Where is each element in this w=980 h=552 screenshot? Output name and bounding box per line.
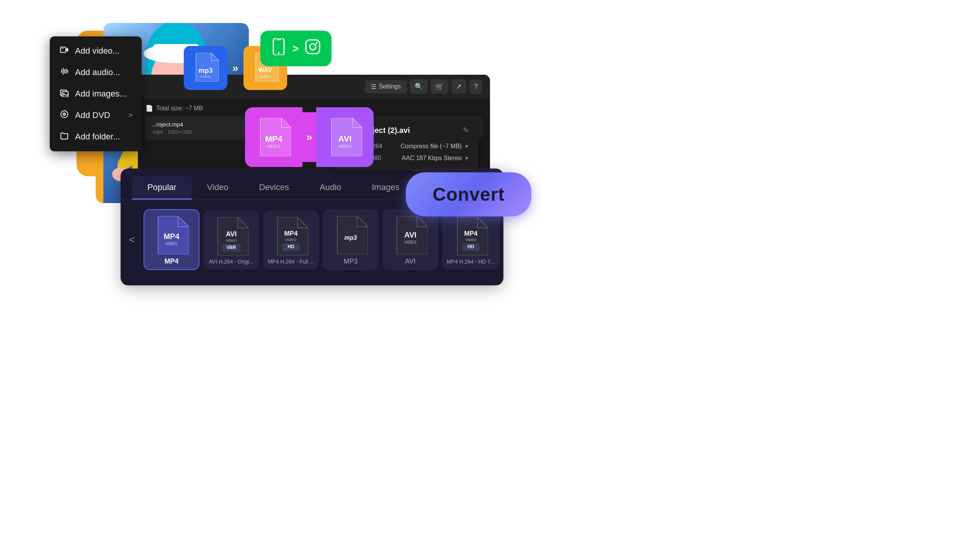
svg-text:MP4: MP4 — [464, 230, 478, 237]
menu-label-add-audio: Add audio... — [75, 67, 120, 77]
images-icon — [59, 88, 70, 99]
mp3-badge: mp3 AUDIO — [184, 46, 227, 90]
svg-text:VIDEO: VIDEO — [286, 238, 296, 242]
menu-label-add-images: Add images... — [75, 89, 127, 99]
tab-devices[interactable]: Devices — [244, 176, 304, 200]
video-icon — [59, 46, 70, 56]
mp4-avi-conversion-badge: MP4 VIDEO » AVI VIDEO — [245, 107, 374, 167]
menu-item-add-video[interactable]: Add video... — [50, 40, 142, 62]
svg-text:VIDEO: VIDEO — [466, 238, 476, 242]
mp4-full-card-label: MP4 H.264 - Full ... — [268, 259, 314, 265]
format-card-mp4-h264-full[interactable]: MP4 VIDEO HD MP4 H.264 - Full ... — [263, 210, 319, 269]
instagram-icon — [305, 39, 321, 58]
mp3-card-label: MP3 — [343, 257, 358, 265]
svg-point-34 — [64, 114, 65, 115]
svg-text:VIDEO: VIDEO — [165, 242, 177, 246]
svg-rect-28 — [63, 48, 64, 49]
mp4-card-icon: MP4 VIDEO — [152, 216, 191, 254]
file-entry-1-resolution: 1920×1080 — [167, 129, 192, 135]
svg-text:AVI: AVI — [404, 231, 416, 239]
tab-video[interactable]: Video — [192, 176, 244, 200]
svg-point-25 — [316, 42, 318, 44]
menu-label-add-folder: Add folder... — [75, 132, 120, 142]
menu-label-add-video: Add video... — [75, 46, 119, 56]
iphone-instagram-badge: > — [260, 31, 332, 66]
svg-text:AVI: AVI — [338, 134, 351, 144]
svg-rect-27 — [62, 48, 62, 49]
resolution-value[interactable]: AAC 187 Kbps Stereo ▼ — [402, 155, 469, 162]
cart-button[interactable]: 🛒 — [431, 79, 448, 94]
avi-orig-card-label: AVI H.264 - Origi... — [209, 259, 253, 265]
folder-icon — [59, 131, 70, 142]
mp4-format-card: MP4 VIDEO — [245, 107, 302, 167]
avi-format-card: AVI VIDEO — [316, 107, 374, 167]
menu-item-add-audio[interactable]: Add audio... — [50, 62, 142, 83]
submenu-arrow-icon: > — [128, 111, 132, 120]
dropdown-arrow-resolution: ▼ — [464, 155, 469, 161]
svg-rect-21 — [276, 39, 281, 40]
svg-text:VIDEO: VIDEO — [226, 239, 237, 242]
arrow-icon: > — [292, 43, 299, 55]
svg-point-31 — [63, 93, 64, 95]
svg-text:MP4: MP4 — [163, 232, 180, 241]
format-card-mp4[interactable]: MP4 VIDEO MP4 — [144, 209, 199, 270]
avi-card-icon: AVI VIDEO — [391, 216, 430, 254]
svg-text:VIDEO: VIDEO — [404, 240, 416, 244]
file-entry-1-subname: .mp4 — [152, 129, 163, 135]
audio-icon — [59, 67, 70, 78]
help-button[interactable]: ? — [469, 80, 482, 94]
tab-audio[interactable]: Audio — [304, 176, 356, 200]
mp3-card-icon: mp3 — [332, 216, 370, 254]
svg-text:VBR: VBR — [226, 245, 236, 250]
svg-text:VIDEO: VIDEO — [267, 144, 281, 149]
svg-text:MP4: MP4 — [265, 134, 283, 144]
menu-label-add-dvd: Add DVD — [75, 110, 110, 120]
iphone-icon — [271, 38, 286, 59]
search-button[interactable]: 🔍 — [410, 79, 428, 94]
share-button[interactable]: ↗ — [451, 79, 466, 94]
menu-item-add-dvd[interactable]: Add DVD > — [50, 105, 142, 126]
svg-text:VIDEO: VIDEO — [338, 144, 351, 149]
codec-value[interactable]: Compress file (~7 MB) ▼ — [401, 143, 469, 150]
format-card-avi-h264-orig[interactable]: AVI VIDEO VBR AVI H.264 - Origi... — [203, 210, 259, 269]
total-size-text: Total size: ~7 MB — [156, 105, 203, 112]
svg-text:mp3: mp3 — [344, 234, 357, 241]
avi-card-label: AVI — [405, 257, 416, 265]
dvd-icon — [59, 110, 70, 121]
convert-button[interactable]: Convert — [406, 172, 531, 216]
format-card-avi[interactable]: AVI VIDEO AVI — [382, 209, 438, 270]
format-nav-prev[interactable]: < — [124, 230, 140, 250]
cart-icon: 🛒 — [435, 83, 444, 90]
svg-text:AUDIO: AUDIO — [260, 75, 271, 79]
avi-orig-card-icon: AVI VIDEO VBR — [212, 217, 250, 256]
mp4-hd-card-icon: MP4 VIDEO HD — [272, 217, 310, 256]
file-icon: 📄 — [145, 105, 153, 112]
svg-text:WAV: WAV — [258, 67, 272, 73]
menu-item-add-images[interactable]: Add images... — [50, 83, 142, 105]
svg-rect-23 — [306, 40, 320, 54]
settings-label: Settings — [379, 83, 401, 90]
svg-text:HD: HD — [467, 244, 474, 249]
mp4-avi-arrow: » — [302, 112, 316, 162]
svg-rect-26 — [60, 47, 66, 52]
svg-point-22 — [278, 52, 280, 54]
svg-text:HD: HD — [287, 244, 294, 249]
format-card-mp3[interactable]: mp3 MP3 — [323, 209, 379, 270]
mp4-hd7-card-icon: MP4 VIDEO HD — [452, 217, 490, 256]
edit-icon[interactable]: ✎ — [463, 126, 469, 135]
conversion-arrow-mp3-wav: » — [232, 62, 238, 74]
mp4-card-label: MP4 — [164, 257, 178, 265]
svg-text:AVI: AVI — [226, 230, 237, 238]
mp4-hd7-card-label: MP4 H.264 - HD 7... — [447, 259, 495, 265]
context-menu: Add video... Add audio... Add images... — [50, 36, 142, 151]
svg-text:MP4: MP4 — [284, 230, 298, 237]
svg-point-24 — [310, 44, 316, 50]
help-icon: ? — [474, 83, 478, 90]
format-card-mp4-hd7[interactable]: MP4 VIDEO HD MP4 H.264 - HD 7... — [442, 210, 500, 269]
menu-item-add-folder[interactable]: Add folder... — [50, 126, 142, 147]
tab-popular[interactable]: Popular — [132, 176, 192, 200]
settings-button[interactable]: ☰ Settings — [365, 80, 407, 93]
svg-text:mp3: mp3 — [198, 67, 212, 74]
settings-icon: ☰ — [371, 83, 376, 90]
svg-text:AUDIO: AUDIO — [200, 75, 211, 79]
